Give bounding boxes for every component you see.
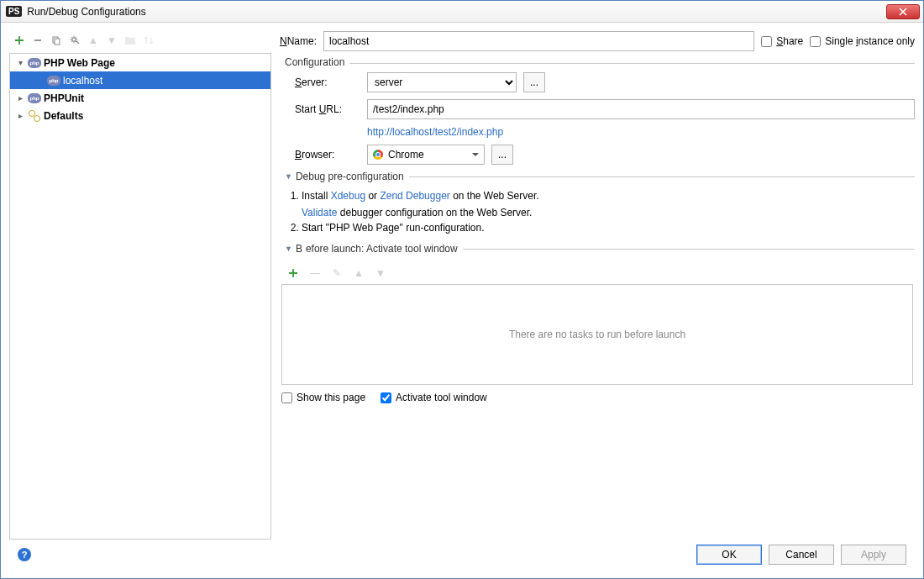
move-up-icon: ▲ <box>87 34 100 47</box>
browser-label: Browser: <box>295 149 360 161</box>
upper-area: ▲ ▼ ▾ php PHP Web Page php localhost <box>9 29 915 540</box>
defaults-icon <box>28 109 41 123</box>
configuration-legend: Configuration <box>280 56 349 68</box>
remove-task-icon: — <box>308 266 322 280</box>
collapse-icon: ▼ <box>285 245 292 253</box>
tree-label: PHPUnit <box>44 92 84 104</box>
tasks-list: There are no tasks to run before launch <box>281 284 913 385</box>
copy-icon[interactable] <box>50 34 63 47</box>
php-icon: php <box>28 56 41 70</box>
xdebug-link[interactable]: Xdebug <box>331 190 365 202</box>
start-url-label: Start URL: <box>295 103 360 115</box>
tree-node-defaults[interactable]: ▸ Defaults <box>10 107 270 124</box>
tree-node-localhost[interactable]: php localhost <box>10 71 270 89</box>
name-label: NName: <box>280 35 317 47</box>
window-title: Run/Debug Configurations <box>27 6 886 18</box>
server-browse-button[interactable]: ... <box>523 72 545 92</box>
name-input[interactable] <box>323 31 754 51</box>
chevron-right-icon: ▸ <box>15 111 25 120</box>
collapse-icon: ▼ <box>285 172 292 181</box>
resolved-url-link[interactable]: http://localhost/test2/index.php <box>367 126 503 138</box>
tree-label: PHP Web Page <box>44 57 115 69</box>
validate-link[interactable]: Validate <box>302 207 337 218</box>
tree-node-php-web-page[interactable]: ▾ php PHP Web Page <box>10 54 270 71</box>
task-up-icon: ▲ <box>352 266 365 280</box>
debug-steps: Install Xdebug or Zend Debugger on the W… <box>302 187 915 237</box>
remove-icon[interactable] <box>31 34 45 47</box>
close-button[interactable] <box>886 4 920 19</box>
dialog-body: ▲ ▼ ▾ php PHP Web Page php localhost <box>1 23 923 578</box>
config-toolbar: ▲ ▼ <box>9 29 271 51</box>
before-launch-toolbar: — ✎ ▲ ▼ <box>286 266 915 281</box>
task-down-icon: ▼ <box>374 266 387 280</box>
php-icon: php <box>47 74 60 87</box>
server-select[interactable]: server <box>367 72 517 92</box>
ok-button[interactable]: OK <box>696 545 762 565</box>
svg-point-2 <box>72 38 76 41</box>
zend-link[interactable]: Zend Debugger <box>380 190 449 202</box>
edit-task-icon: ✎ <box>330 266 344 280</box>
tasks-empty-label: There are no tasks to run before launch <box>509 329 685 340</box>
debug-step-2: Start "PHP Web Page" run-configuration. <box>302 222 915 234</box>
add-icon[interactable] <box>13 34 26 47</box>
before-launch-legend[interactable]: ▼Before launch: Activate tool window <box>280 243 463 255</box>
dialog-window: PS Run/Debug Configurations ▲ ▼ <box>0 0 924 579</box>
chrome-icon <box>373 150 383 160</box>
before-launch-section: ▼Before launch: Activate tool window — ✎… <box>280 249 915 403</box>
chevron-down-icon: ▾ <box>15 58 25 67</box>
tree-node-phpunit[interactable]: ▸ php PHPUnit <box>10 89 270 107</box>
browser-browse-button[interactable]: ... <box>491 145 513 165</box>
add-task-icon[interactable] <box>286 266 300 280</box>
chevron-right-icon: ▸ <box>15 93 25 103</box>
browser-select[interactable]: Chrome <box>367 145 485 165</box>
debug-step-1: Install Xdebug or Zend Debugger on the W… <box>302 190 915 218</box>
configuration-section: Configuration Server: server ... Start U… <box>280 63 915 165</box>
start-url-input[interactable] <box>367 99 915 119</box>
folder-icon <box>123 34 137 47</box>
right-panel: NName: Share Single instance only Config… <box>280 29 915 540</box>
close-icon <box>899 8 907 16</box>
tree-label: Defaults <box>44 110 83 122</box>
svg-rect-1 <box>55 39 60 45</box>
activate-tool-window-checkbox[interactable]: Activate tool window <box>381 392 487 403</box>
name-row: NName: Share Single instance only <box>280 31 915 51</box>
dialog-footer: ? OK Cancel Apply <box>9 540 915 573</box>
titlebar: PS Run/Debug Configurations <box>1 1 923 23</box>
php-icon: php <box>28 92 41 105</box>
debug-legend[interactable]: ▼Debug pre-configuration <box>280 171 409 182</box>
server-label: Server: <box>295 76 360 88</box>
show-this-page-checkbox[interactable]: Show this page <box>281 392 365 403</box>
move-down-icon: ▼ <box>105 34 118 47</box>
sort-icon <box>142 34 155 47</box>
left-panel: ▲ ▼ ▾ php PHP Web Page php localhost <box>9 29 271 540</box>
config-tree[interactable]: ▾ php PHP Web Page php localhost ▸ php P… <box>9 53 271 540</box>
single-instance-checkbox[interactable]: Single instance only <box>810 35 915 47</box>
cancel-button[interactable]: Cancel <box>769 545 834 565</box>
share-checkbox[interactable]: Share <box>761 35 803 47</box>
debug-section: ▼Debug pre-configuration Install Xdebug … <box>280 176 915 237</box>
apply-button: Apply <box>841 545 906 565</box>
app-icon: PS <box>6 6 22 17</box>
settings-icon[interactable] <box>68 34 81 47</box>
help-button[interactable]: ? <box>18 548 31 561</box>
tree-label: localhost <box>63 75 102 87</box>
